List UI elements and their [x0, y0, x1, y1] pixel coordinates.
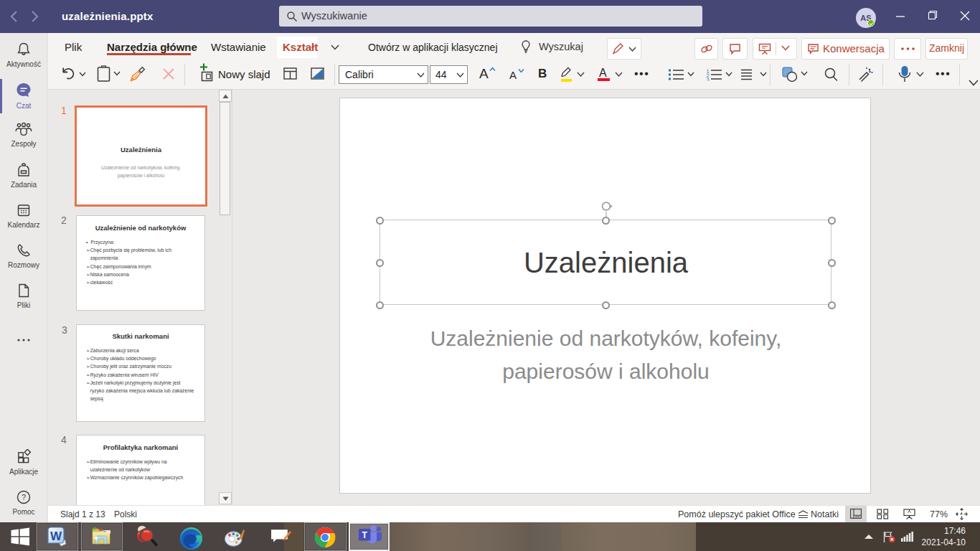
svg-text:?: ?: [22, 493, 26, 501]
svg-text:T: T: [362, 530, 368, 540]
svg-text:3: 3: [707, 77, 710, 82]
svg-text:W: W: [50, 529, 62, 543]
